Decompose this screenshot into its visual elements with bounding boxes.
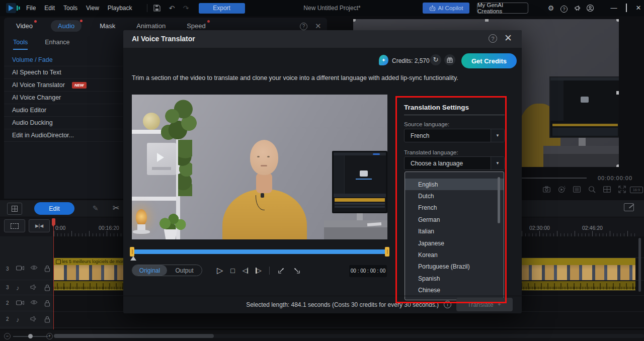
trim-in-handle[interactable] [130, 247, 134, 257]
close-button[interactable]: ✕ [634, 4, 642, 12]
mark-out-button[interactable] [293, 267, 301, 275]
tool-item-audio-editor[interactable]: Audio Editor [4, 104, 123, 117]
split-view-icon[interactable] [602, 185, 611, 193]
monitor [332, 151, 387, 213]
tool-item-ai-speech-to-text[interactable]: AI Speech to Text [4, 66, 123, 79]
timeline-playhead-handle[interactable] [52, 218, 55, 225]
menu-playback[interactable]: Playback [108, 5, 132, 12]
draw-tool-icon[interactable]: ✎ [93, 204, 99, 212]
track-manager-button[interactable] [7, 203, 22, 215]
audio-track-icon: ♪ [16, 316, 24, 323]
save-icon[interactable] [153, 5, 163, 12]
aspect-ratio-button[interactable]: 16:9 [630, 187, 643, 193]
tool-item-ai-voice-translator[interactable]: AI Voice Translator NEW [4, 79, 123, 92]
scrollbar-thumb[interactable] [54, 334, 214, 338]
panel-close-icon[interactable]: ✕ [315, 22, 321, 31]
track-lock-icon[interactable] [44, 265, 52, 272]
tab-audio[interactable]: Audio [51, 20, 82, 32]
display-options-icon[interactable] [572, 185, 581, 193]
tool-item-edit-in-audiodirector[interactable]: Edit in AudioDirector... [4, 129, 123, 142]
track-head-audio-2[interactable]: 2 ♪ [0, 311, 53, 327]
script-notes-icon[interactable] [624, 203, 634, 211]
restore-button[interactable] [622, 4, 630, 12]
track-lock-icon[interactable] [44, 284, 52, 291]
tab-animation[interactable]: Animation [133, 21, 169, 31]
menu-file[interactable]: File [26, 5, 36, 12]
track-lock-icon[interactable] [44, 300, 52, 307]
track-head-video-2[interactable]: 2 [0, 295, 53, 311]
tab-mask[interactable]: Mask [97, 21, 118, 31]
panel-help-icon[interactable]: ? [300, 23, 307, 30]
track-mute-speaker-icon[interactable] [30, 284, 38, 291]
playback-quality-icon[interactable] [557, 185, 566, 193]
tool-item-volume-fade[interactable]: Volume / Fade [4, 54, 123, 66]
notifications-icon[interactable] [573, 4, 582, 13]
trim-playhead-marker[interactable] [130, 256, 136, 261]
ai-copilot-button[interactable]: AI Copilot [423, 3, 469, 14]
tool-item-ai-voice-changer[interactable]: AI Voice Changer [4, 92, 123, 104]
zoom-slider-handle[interactable] [28, 334, 33, 338]
stop-button[interactable]: □ [230, 267, 234, 275]
get-credits-button[interactable]: Get Credits [461, 53, 517, 68]
edit-mode-button[interactable]: Edit [34, 202, 74, 215]
account-icon[interactable] [586, 4, 595, 13]
export-button[interactable]: Export [199, 3, 245, 14]
dialog-video-preview[interactable] [132, 95, 387, 239]
dialog-help-icon[interactable]: ? [489, 34, 497, 43]
gift-icon[interactable] [444, 54, 455, 65]
mark-in-button[interactable] [277, 267, 285, 275]
zoom-preview-icon[interactable] [587, 185, 596, 193]
refresh-credits-icon[interactable]: ↻ [430, 54, 441, 65]
output-segment[interactable]: Output [167, 265, 202, 276]
person-mouth [261, 165, 267, 166]
subtab-tools[interactable]: Tools [13, 39, 28, 50]
play-button[interactable]: ▷ [217, 267, 223, 275]
next-frame-button[interactable]: ▷ [256, 267, 262, 275]
subtab-enhance[interactable]: Enhance [45, 39, 69, 50]
zoom-in-icon[interactable]: + [46, 333, 53, 339]
track-mute-speaker-icon[interactable] [30, 316, 38, 323]
timeline-ruler-ticks[interactable] [54, 231, 124, 236]
track-head-audio-3[interactable]: 3 ♪ [0, 280, 53, 295]
help-icon[interactable]: ? [559, 4, 569, 13]
timeline-ruler-ticks[interactable] [522, 231, 637, 236]
crop-handle-top-left[interactable] [353, 19, 356, 22]
transport-divider [269, 267, 270, 275]
trim-slider-track[interactable] [132, 249, 387, 254]
timeline-horizontal-scrollbar[interactable] [54, 334, 644, 338]
track-lock-icon[interactable] [44, 316, 52, 323]
zoom-out-icon[interactable]: − [4, 333, 11, 339]
menu-tools[interactable]: Tools [63, 5, 77, 12]
redo-icon[interactable]: ↷ [182, 4, 191, 12]
range-select-button[interactable] [4, 219, 25, 232]
crop-handle-top-center[interactable] [485, 19, 489, 22]
minimize-button[interactable]: — [610, 4, 618, 12]
settings-gear-icon[interactable]: ⚙ [546, 4, 555, 13]
dialog-title: AI Voice Translator [132, 35, 195, 43]
crop-handle-right-middle[interactable] [616, 91, 619, 95]
crop-handle-top-right[interactable] [616, 19, 619, 22]
preview-timecode: 00:00:00:00 [598, 175, 632, 181]
crop-handle-bottom-right[interactable] [616, 164, 619, 167]
previous-frame-button[interactable]: ◁ [243, 267, 249, 275]
timeline-vertical-scrollbar[interactable] [638, 238, 641, 292]
original-segment[interactable]: Original [132, 265, 167, 276]
my-genai-creations-button[interactable]: My GenAI Creations [477, 3, 528, 14]
globe-decor [143, 113, 160, 130]
dialog-close-icon[interactable]: ✕ [504, 32, 512, 44]
undo-icon[interactable]: ↶ [168, 4, 177, 12]
trim-out-handle[interactable] [385, 247, 389, 257]
tool-item-audio-ducking[interactable]: Audio Ducking [4, 117, 123, 129]
menu-edit[interactable]: Edit [44, 5, 55, 12]
split-scissors-icon[interactable]: ✂ [113, 203, 119, 213]
track-head-video-3[interactable]: 3 [0, 258, 53, 280]
fullscreen-icon[interactable] [617, 185, 626, 193]
menu-view[interactable]: View [86, 5, 99, 12]
snap-to-clips-button[interactable]: ▶|◀ [29, 219, 50, 232]
tab-video[interactable]: Video [13, 21, 36, 31]
track-visibility-eye-icon[interactable] [30, 265, 38, 272]
track-visibility-eye-icon[interactable] [30, 300, 38, 307]
tab-speed[interactable]: Speed [184, 21, 209, 31]
timeline-playhead-line [53, 226, 54, 329]
snapshot-camera-icon[interactable] [542, 185, 551, 193]
